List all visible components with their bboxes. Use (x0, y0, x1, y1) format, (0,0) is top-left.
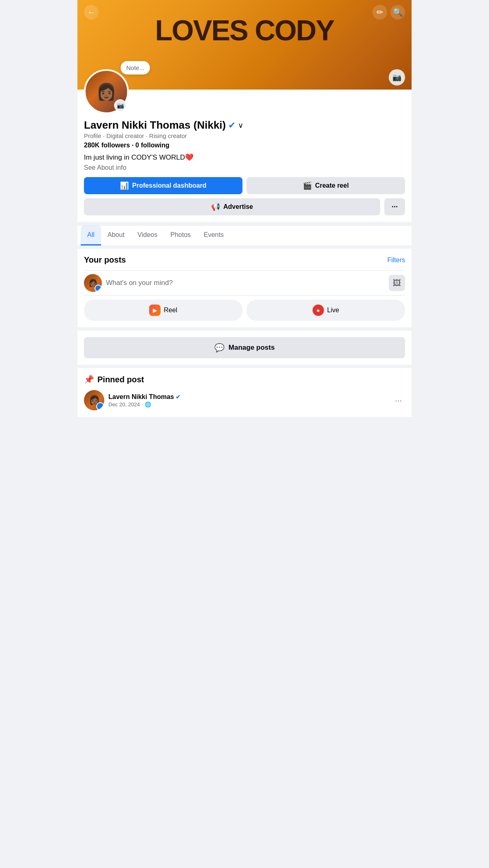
pin-icon: 📌 (84, 375, 94, 384)
edit-icon: ✏ (377, 7, 383, 17)
pinned-author-meta: Dec 20, 2024 · 🌐 (108, 401, 181, 408)
pinned-date: Dec 20, 2024 (108, 401, 140, 408)
mini-avatar: 👩🏾 (84, 274, 102, 292)
posts-header: Your posts Filters (84, 255, 405, 265)
edit-button[interactable]: ✏ (372, 5, 387, 20)
pinned-title: Pinned post (97, 375, 144, 384)
note-bubble[interactable]: Note... (121, 61, 150, 75)
tab-videos[interactable]: Videos (131, 226, 164, 245)
photo-upload-button[interactable]: 🖼 (389, 275, 405, 291)
tab-about[interactable]: About (101, 226, 131, 245)
following-count: 0 (135, 142, 139, 149)
manage-posts-icon: 💬 (214, 343, 225, 353)
reel-icon-symbol: ▶ (153, 307, 157, 313)
camera-icon: 📷 (392, 73, 401, 82)
advertise-button[interactable]: 📢 Advertise (84, 198, 380, 215)
mini-avatar-emoji: 👩🏾 (88, 278, 97, 287)
tab-photos[interactable]: Photos (164, 226, 197, 245)
avatar-camera-icon: 📷 (117, 102, 124, 109)
see-about-link[interactable]: See About info (84, 164, 405, 171)
create-reel-button[interactable]: 🎬 Create reel (247, 177, 405, 194)
more-icon: ··· (392, 203, 398, 211)
pinned-author-info: 👩🏾 Lavern Nikki Thomas ✔ Dec 20, 2024 · … (84, 390, 181, 410)
action-row-2: 📢 Advertise ··· (84, 198, 405, 215)
filters-link[interactable]: Filters (387, 256, 405, 264)
manage-posts-button[interactable]: 💬 Manage posts (84, 337, 405, 358)
posts-section: Your posts Filters 👩🏾 What's on your min… (77, 249, 412, 327)
followers-label: followers (101, 142, 130, 149)
reel-icon: ▶ (149, 305, 161, 316)
search-button[interactable]: 🔍 (390, 5, 405, 20)
pinned-post-author-row: 👩🏾 Lavern Nikki Thomas ✔ Dec 20, 2024 · … (84, 390, 405, 410)
verified-badge: ✔ (228, 120, 236, 131)
pinned-author-name-text: Lavern Nikki Thomas (108, 393, 174, 401)
avatar-wrapper: Note... 👩🏾 📷 (84, 69, 129, 114)
profile-section: Note... 👩🏾 📷 Lavern Nikki Thomas (Nikki)… (77, 90, 412, 222)
live-icon: ● (313, 305, 324, 316)
manage-posts-label: Manage posts (229, 344, 275, 352)
pinned-more-options-button[interactable]: ··· (392, 394, 405, 407)
profile-name-row: Lavern Nikki Thomas (Nikki) ✔ ∨ (84, 119, 405, 132)
photo-icon: 🖼 (393, 278, 401, 288)
followers-row: 280K followers · 0 following (84, 142, 405, 149)
profile-name: Lavern Nikki Thomas (Nikki) (84, 119, 226, 132)
pinned-author-name: Lavern Nikki Thomas ✔ (108, 393, 181, 401)
following-label: following (141, 142, 170, 149)
live-icon-symbol: ● (317, 307, 320, 313)
reel-btn-icon: 🎬 (303, 181, 312, 190)
tab-events-label: Events (204, 231, 224, 238)
pinned-avatar-emoji: 👩🏾 (89, 395, 100, 406)
pinned-author-details: Lavern Nikki Thomas ✔ Dec 20, 2024 · 🌐 (108, 393, 181, 408)
pinned-header: 📌 Pinned post (84, 375, 405, 384)
media-buttons-row: ▶ Reel ● Live (84, 300, 405, 321)
action-buttons: 📊 Professional dashboard 🎬 Create reel 📢… (84, 177, 405, 215)
dashboard-icon: 📊 (120, 181, 129, 190)
live-label: Live (327, 307, 339, 314)
back-icon: ← (87, 8, 95, 17)
globe-icon: 🌐 (145, 401, 151, 408)
avatar-emoji: 👩🏾 (96, 82, 117, 101)
tabs-section: All About Videos Photos Events (77, 225, 412, 245)
more-options-icon: ··· (395, 396, 402, 405)
tab-events[interactable]: Events (197, 226, 230, 245)
dropdown-arrow[interactable]: ∨ (238, 121, 243, 130)
tab-photos-label: Photos (170, 231, 191, 238)
reel-label: Reel (164, 307, 177, 314)
tab-all[interactable]: All (81, 226, 101, 245)
post-input-row: 👩🏾 What's on your mind? 🖼 (84, 270, 405, 296)
back-button[interactable]: ← (84, 5, 99, 20)
post-input[interactable]: What's on your mind? (106, 279, 385, 287)
avatar-camera-button[interactable]: 📷 (114, 99, 126, 112)
professional-dashboard-label: Professional dashboard (132, 182, 206, 189)
profile-info: Lavern Nikki Thomas (Nikki) ✔ ∨ Profile … (84, 119, 405, 171)
advertise-icon: 📢 (211, 202, 220, 211)
pinned-section: 📌 Pinned post 👩🏾 Lavern Nikki Thomas ✔ D… (77, 368, 412, 417)
posts-title: Your posts (84, 255, 126, 265)
separator: · (132, 142, 135, 149)
more-options-button[interactable]: ··· (384, 198, 405, 215)
note-text: Note... (126, 64, 144, 71)
tab-all-label: All (87, 231, 95, 238)
cover-camera-button[interactable]: 📷 (389, 69, 405, 85)
pinned-avatar: 👩🏾 (84, 390, 104, 410)
advertise-label: Advertise (223, 203, 253, 210)
manage-posts-section: 💬 Manage posts (77, 331, 412, 365)
professional-dashboard-button[interactable]: 📊 Professional dashboard (84, 177, 242, 194)
search-icon: 🔍 (393, 7, 403, 17)
followers-count: 280K (84, 142, 99, 149)
bio-text: Im just living in CODY'S WORLD❤️ (84, 153, 405, 162)
reel-button[interactable]: ▶ Reel (84, 300, 242, 321)
tab-about-label: About (108, 231, 125, 238)
tab-videos-label: Videos (138, 231, 158, 238)
live-button[interactable]: ● Live (247, 300, 405, 321)
create-reel-label: Create reel (315, 182, 349, 189)
separator-dot: · (141, 401, 143, 408)
pinned-verified-badge: ✔ (176, 394, 181, 400)
profile-subtitle: Profile · Digital creator · Rising creat… (84, 132, 405, 139)
action-row-1: 📊 Professional dashboard 🎬 Create reel (84, 177, 405, 194)
tabs-row: All About Videos Photos Events (77, 226, 412, 245)
